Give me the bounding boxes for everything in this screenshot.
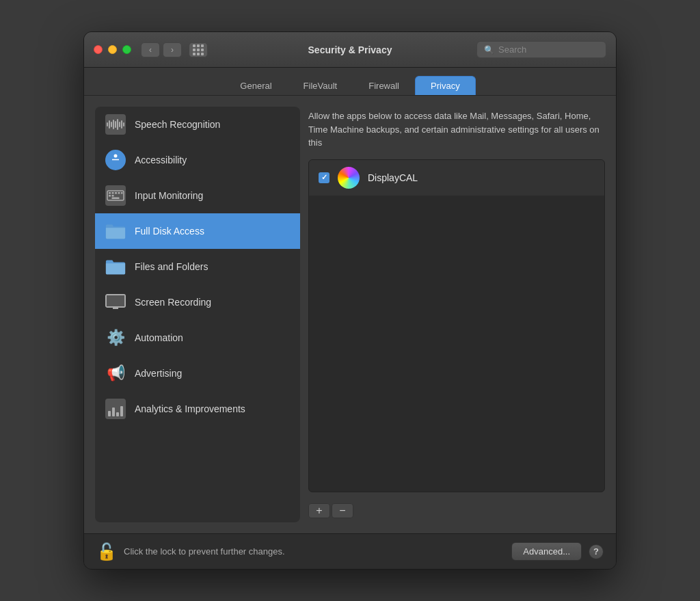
sidebar-item-label: Files and Folders	[135, 261, 208, 272]
grid-button[interactable]	[189, 42, 208, 57]
app-icon	[338, 167, 360, 189]
advanced-button[interactable]: Advanced...	[511, 542, 582, 561]
sidebar-item-label: Screen Recording	[135, 297, 211, 308]
chart-icon	[105, 398, 126, 420]
checkmark-icon: ✓	[321, 173, 327, 182]
lock-area[interactable]: 🔓 Click the lock to prevent further chan…	[96, 542, 285, 561]
gear-icon: ⚙️	[105, 327, 126, 349]
tab-filevault[interactable]: FileVault	[288, 76, 353, 95]
sidebar-item-label: Speech Recognition	[135, 119, 220, 130]
tab-general[interactable]: General	[224, 76, 287, 95]
close-button[interactable]	[94, 45, 103, 54]
sidebar-item-screen-recording[interactable]: Screen Recording	[95, 284, 300, 320]
main-window: ‹ › Security & Privacy 🔍 General FileVau…	[83, 31, 617, 570]
svg-rect-4	[112, 192, 114, 194]
svg-rect-10	[112, 198, 120, 200]
tabs-bar: General FileVault Firewall Privacy	[84, 68, 616, 96]
app-name: DisplayCAL	[368, 172, 418, 183]
list-actions: + −	[308, 499, 605, 522]
sidebar-item-label: Automation	[135, 332, 183, 343]
lock-text: Click the lock to prevent further change…	[124, 546, 285, 557]
accessibility-icon	[105, 149, 126, 171]
sidebar-item-label: Input Monitoring	[135, 190, 203, 201]
description-text: Allow the apps below to access data like…	[308, 107, 605, 152]
nav-buttons: ‹ ›	[141, 42, 208, 57]
sidebar-item-automation[interactable]: ⚙️ Automation	[95, 320, 300, 356]
apps-list: ✓ DisplayCAL	[308, 159, 605, 493]
app-checkbox[interactable]: ✓	[319, 172, 329, 183]
svg-rect-6	[118, 192, 120, 194]
svg-rect-9	[112, 195, 114, 197]
grid-icon	[193, 44, 204, 55]
tab-firewall[interactable]: Firewall	[353, 76, 415, 95]
svg-rect-12	[107, 295, 124, 306]
help-button[interactable]: ?	[589, 544, 604, 559]
folder-icon	[105, 220, 126, 242]
advertising-icon: 📢	[105, 362, 126, 384]
remove-button[interactable]: −	[332, 503, 353, 518]
svg-rect-7	[121, 192, 123, 194]
sidebar: Speech Recognition Accessibility	[95, 107, 300, 522]
keyboard-icon	[105, 185, 126, 206]
tab-privacy[interactable]: Privacy	[415, 76, 476, 95]
back-button[interactable]: ‹	[141, 42, 160, 57]
sidebar-item-label: Analytics & Improvements	[135, 403, 245, 414]
sidebar-item-full-disk-access[interactable]: Full Disk Access	[95, 213, 300, 249]
add-button[interactable]: +	[308, 503, 330, 518]
lock-icon: 🔓	[96, 542, 117, 561]
svg-rect-8	[109, 195, 111, 197]
maximize-button[interactable]	[122, 45, 131, 54]
sidebar-item-label: Accessibility	[135, 155, 187, 165]
speech-icon	[105, 113, 126, 135]
sidebar-item-input-monitoring[interactable]: Input Monitoring	[95, 178, 300, 213]
search-icon: 🔍	[484, 45, 494, 55]
search-box[interactable]: 🔍	[476, 41, 606, 58]
sidebar-item-label: Full Disk Access	[135, 226, 204, 237]
footer-right: Advanced... ?	[511, 542, 604, 561]
minimize-button[interactable]	[108, 45, 117, 54]
traffic-lights	[94, 45, 131, 54]
titlebar: ‹ › Security & Privacy 🔍	[84, 32, 616, 68]
footer: 🔓 Click the lock to prevent further chan…	[84, 533, 616, 569]
sidebar-item-accessibility[interactable]: Accessibility	[95, 142, 300, 178]
screen-icon	[105, 291, 126, 313]
sidebar-item-advertising[interactable]: 📢 Advertising	[95, 356, 300, 391]
sidebar-item-label: Advertising	[135, 368, 182, 379]
window-title: Security & Privacy	[308, 44, 392, 55]
svg-rect-5	[115, 192, 117, 194]
forward-button[interactable]: ›	[163, 42, 182, 57]
sidebar-item-analytics[interactable]: Analytics & Improvements	[95, 391, 300, 427]
files-folder-icon	[105, 256, 126, 278]
svg-point-0	[114, 155, 118, 158]
list-item[interactable]: ✓ DisplayCAL	[309, 160, 604, 196]
svg-rect-3	[109, 192, 111, 194]
search-input[interactable]	[498, 44, 599, 55]
content-area: Speech Recognition Accessibility	[84, 96, 616, 533]
sidebar-item-speech-recognition[interactable]: Speech Recognition	[95, 107, 300, 142]
sidebar-item-files-and-folders[interactable]: Files and Folders	[95, 249, 300, 284]
main-panel: Allow the apps below to access data like…	[308, 107, 605, 522]
